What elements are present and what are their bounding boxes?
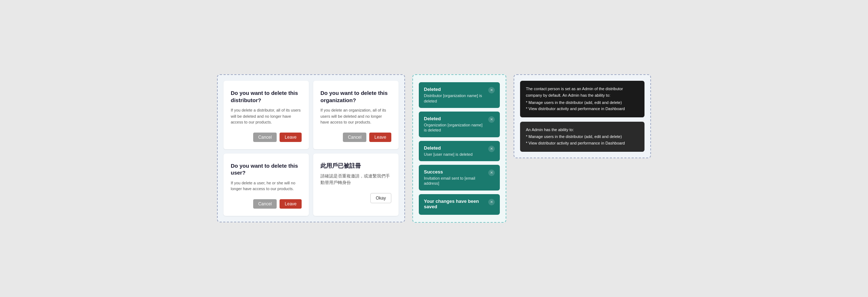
toast-changes-saved: Your changes have been saved bbox=[419, 194, 500, 215]
toast-deleted-distributor: Deleted Distributor [organization name] … bbox=[419, 82, 500, 108]
delete-distributor-dialog: Do you want to delete this distributor? … bbox=[224, 81, 309, 149]
delete-user-description: If you delete a user, he or she will no … bbox=[231, 180, 302, 192]
toast-success-invitation: Success Invitation email sent to [email … bbox=[419, 165, 500, 191]
toast-deleted-organization: Deleted Organization [organization name]… bbox=[419, 112, 500, 137]
toast-changes-saved-close-button[interactable] bbox=[485, 198, 495, 205]
left-panel: Do you want to delete this distributor? … bbox=[217, 74, 405, 222]
banned-user-title: 此用戶已被註冊 bbox=[320, 162, 391, 170]
toast-changes-saved-content: Your changes have been saved bbox=[424, 198, 485, 210]
toast-deleted-organization-message: Organization [organization name] is dele… bbox=[424, 122, 485, 133]
toast-deleted-user-title: Deleted bbox=[424, 145, 485, 151]
middle-panel: Deleted Distributor [organization name] … bbox=[412, 74, 506, 222]
delete-distributor-leave-button[interactable]: Leave bbox=[280, 133, 302, 142]
toast-deleted-distributor-message: Distributor [organization name] is delet… bbox=[424, 93, 485, 104]
main-container: Do you want to delete this distributor? … bbox=[203, 60, 665, 237]
toast-deleted-distributor-content: Deleted Distributor [organization name] … bbox=[424, 87, 485, 104]
toast-success-invitation-content: Success Invitation email sent to [email … bbox=[424, 169, 485, 186]
tooltip-admin-full-list: Manage users in the distributor (add, ed… bbox=[526, 100, 639, 112]
toast-deleted-user-close-button[interactable] bbox=[485, 145, 495, 152]
toast-deleted-organization-content: Deleted Organization [organization name]… bbox=[424, 116, 485, 133]
toast-deleted-user-message: User [user name] is deleted bbox=[424, 152, 485, 157]
delete-organization-buttons: Cancel Leave bbox=[320, 133, 391, 142]
toast-deleted-distributor-title: Deleted bbox=[424, 87, 485, 92]
banned-user-description: 請確認是否重複邀請，或連繫我們手動替用戶轉身份 bbox=[320, 173, 391, 186]
tooltip-admin-short: An Admin has the ability to: Manage user… bbox=[520, 122, 644, 152]
delete-organization-description: If you delete an organization, all of it… bbox=[320, 107, 391, 125]
toast-deleted-user: Deleted User [user name] is deleted bbox=[419, 141, 500, 161]
tooltip-admin-full-intro: The contact person is set as an Admin of… bbox=[526, 86, 639, 99]
toast-deleted-organization-close-button[interactable] bbox=[485, 116, 495, 123]
toast-deleted-user-content: Deleted User [user name] is deleted bbox=[424, 145, 485, 157]
delete-organization-leave-button[interactable]: Leave bbox=[369, 133, 391, 142]
tooltip-admin-short-list: Manage users in the distributor (add, ed… bbox=[526, 134, 639, 146]
toast-changes-saved-title: Your changes have been saved bbox=[424, 198, 485, 209]
delete-user-leave-button[interactable]: Leave bbox=[280, 199, 302, 209]
banned-user-okay-button[interactable]: Okay bbox=[370, 193, 391, 203]
toast-success-invitation-message: Invitation email sent to [email address] bbox=[424, 176, 485, 186]
tooltip-admin-short-item-1: Manage users in the distributor (add, ed… bbox=[526, 134, 639, 140]
delete-user-cancel-button[interactable]: Cancel bbox=[253, 199, 277, 209]
toast-success-invitation-title: Success bbox=[424, 169, 485, 175]
toast-deleted-distributor-close-button[interactable] bbox=[485, 87, 495, 93]
delete-organization-dialog: Do you want to delete this organization?… bbox=[313, 81, 399, 149]
delete-distributor-description: If you delete a distributor, all of its … bbox=[231, 107, 302, 125]
delete-organization-cancel-button[interactable]: Cancel bbox=[343, 133, 366, 142]
tooltip-admin-full: The contact person is set as an Admin of… bbox=[520, 81, 644, 117]
delete-organization-title: Do you want to delete this organization? bbox=[320, 89, 391, 104]
delete-distributor-cancel-button[interactable]: Cancel bbox=[253, 133, 277, 142]
delete-user-title: Do you want to delete this user? bbox=[231, 162, 302, 176]
dialog-grid: Do you want to delete this distributor? … bbox=[224, 81, 399, 216]
toast-success-invitation-close-button[interactable] bbox=[485, 169, 495, 176]
right-panel: The contact person is set as an Admin of… bbox=[514, 74, 651, 158]
tooltip-admin-short-intro: An Admin has the ability to: bbox=[526, 127, 639, 133]
banned-user-dialog: 此用戶已被註冊 請確認是否重複邀請，或連繫我們手動替用戶轉身份 Okay bbox=[313, 154, 399, 216]
tooltip-admin-full-item-1: Manage users in the distributor (add, ed… bbox=[526, 100, 639, 106]
tooltip-admin-short-item-2: View distributor activity and performanc… bbox=[526, 140, 639, 147]
delete-distributor-buttons: Cancel Leave bbox=[231, 133, 302, 142]
delete-user-dialog: Do you want to delete this user? If you … bbox=[224, 154, 309, 216]
delete-distributor-title: Do you want to delete this distributor? bbox=[231, 89, 302, 104]
delete-user-buttons: Cancel Leave bbox=[231, 199, 302, 209]
toast-deleted-organization-title: Deleted bbox=[424, 116, 485, 121]
banned-user-buttons: Okay bbox=[320, 193, 391, 203]
tooltip-admin-full-item-2: View distributor activity and performanc… bbox=[526, 106, 639, 112]
